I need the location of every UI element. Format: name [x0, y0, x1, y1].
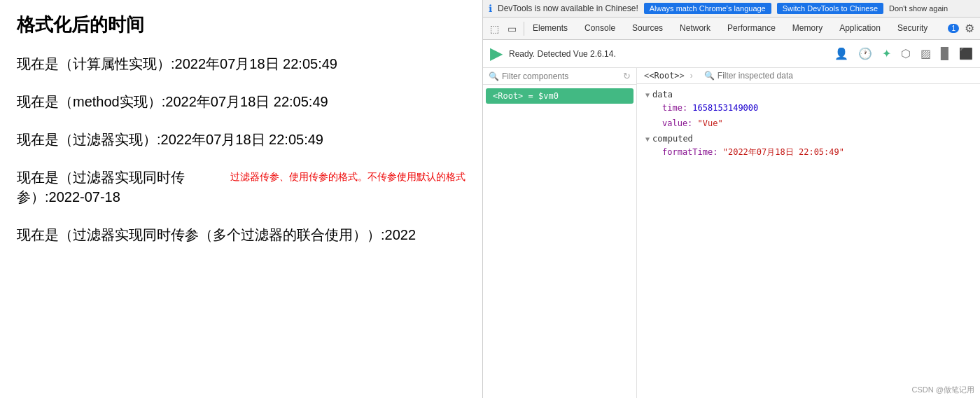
data-section-arrow[interactable]: ▼	[645, 91, 650, 99]
component-tree: 🔍 ↻ <Root> = $vm0	[483, 68, 637, 398]
line-item-2: 现在是（method实现）:2022年07月18日 22:05:49	[17, 92, 465, 111]
tab-elements[interactable]: Elements	[524, 18, 576, 39]
dont-show-button[interactable]: Don't show again	[889, 4, 948, 13]
footer-bar: CSDN @做笔记用	[912, 385, 974, 395]
line-text-4: 现在是（过滤器实现同时传参）:2022-07-18	[17, 167, 216, 207]
line-item-1: 现在是（计算属性实现）:2022年07月18日 22:05:49	[17, 54, 465, 74]
devtools-toolbar: ⬚ ▭ Elements Console Sources Network Per…	[483, 18, 980, 40]
device-toolbar-button[interactable]: ▭	[505, 22, 519, 36]
tab-memory[interactable]: Memory	[784, 18, 831, 39]
error-badge: 1	[948, 24, 959, 33]
inspector-panel: <<Root>> › 🔍 ▼ data time: 16	[637, 68, 980, 398]
info-icon: ℹ	[489, 3, 492, 14]
vue-bar-actions: 👤 🕐 ✦ ⬡ ▨ ▉ ⬛	[834, 47, 973, 60]
prop-formattime: formatTime: "2022年07月18日 22:05:49"	[645, 145, 972, 160]
component-item-root[interactable]: <Root> = $vm0	[486, 88, 634, 104]
vue-router-icon[interactable]: ▨	[920, 47, 931, 60]
toolbar-icons: ⬚ ▭	[483, 22, 524, 36]
vue-settings-icon[interactable]: ⬛	[959, 47, 973, 60]
match-language-button[interactable]: Always match Chrome's language	[644, 3, 771, 14]
devtools-notify-bar: ℹ DevTools is now available in Chinese! …	[483, 0, 980, 18]
inspector-section-data: ▼ data time: 1658153149000 value: "Vue"	[645, 90, 972, 131]
component-search-input[interactable]	[502, 71, 620, 81]
footer-text: CSDN @做笔记用	[912, 385, 974, 394]
component-item-label: <Root> = $vm0	[493, 91, 559, 101]
inspector-search-icon: 🔍	[704, 71, 715, 81]
inspect-element-button[interactable]: ⬚	[487, 22, 502, 36]
vue-status-text: Ready. Detected Vue 2.6.14.	[509, 49, 616, 59]
prop-time: time: 1658153149000	[645, 101, 972, 116]
vue-logo-icon: ▶	[490, 45, 502, 63]
inspector-search: 🔍	[704, 71, 822, 81]
line-text-3: 现在是（过滤器实现）:2022年07月18日 22:05:49	[17, 132, 323, 147]
inspector-header: <<Root>> › 🔍	[637, 68, 980, 84]
vue-devtools-main: 🔍 ↻ <Root> = $vm0 <<Root>> › 🔍	[483, 68, 980, 398]
inspector-search-input[interactable]	[718, 71, 822, 81]
data-section-label: data	[652, 90, 673, 100]
tab-network[interactable]: Network	[671, 18, 719, 39]
inspector-breadcrumb: <<Root>>	[644, 71, 685, 81]
line-text-1: 现在是（计算属性实现）:2022年07月18日 22:05:49	[17, 56, 337, 71]
component-search-bar: 🔍 ↻	[483, 68, 636, 85]
devtools-tabs: Elements Console Sources Network Perform…	[524, 18, 942, 39]
vue-vuex-icon[interactable]: ⬡	[901, 47, 911, 60]
component-list: <Root> = $vm0	[483, 85, 636, 398]
main-content: 格式化后的时间 现在是（计算属性实现）:2022年07月18日 22:05:49…	[0, 0, 483, 398]
vue-person-icon[interactable]: 👤	[834, 47, 848, 60]
computed-section-arrow[interactable]: ▼	[645, 135, 650, 143]
inspector-section-computed: ▼ computed formatTime: "2022年07月18日 22:0…	[645, 134, 972, 160]
tab-console[interactable]: Console	[576, 18, 624, 39]
tab-lighthouse[interactable]: Lighthouse	[936, 18, 942, 39]
tab-sources[interactable]: Sources	[624, 18, 671, 39]
vue-performance-icon[interactable]: ▉	[941, 47, 949, 60]
computed-section-label: computed	[652, 134, 693, 144]
refresh-icon[interactable]: ↻	[623, 71, 631, 81]
prop-value: value: "Vue"	[645, 116, 972, 132]
inspector-content: ▼ data time: 1658153149000 value: "Vue"	[637, 84, 980, 398]
vue-devtools-bar: ▶ Ready. Detected Vue 2.6.14. 👤 🕐 ✦ ⬡ ▨ …	[483, 40, 980, 68]
page-title: 格式化后的时间	[17, 13, 465, 37]
tab-performance[interactable]: Performance	[719, 18, 784, 39]
filter-note: 过滤器传参、使用传参的格式。不传参使用默认的格式	[230, 170, 465, 184]
switch-devtools-button[interactable]: Switch DevTools to Chinese	[777, 3, 883, 14]
tab-security[interactable]: Security	[889, 18, 936, 39]
devtools-panel: ℹ DevTools is now available in Chinese! …	[483, 0, 980, 398]
line-item-3: 现在是（过滤器实现）:2022年07月18日 22:05:49	[17, 130, 465, 149]
line-text-2: 现在是（method实现）:2022年07月18日 22:05:49	[17, 94, 328, 109]
line-text-5: 现在是（过滤器实现同时传参（多个过滤器的联合使用））:2022	[17, 227, 416, 242]
notify-message: DevTools is now available in Chinese!	[498, 4, 638, 13]
toolbar-right: 1 ⚙	[942, 22, 980, 35]
search-icon: 🔍	[489, 71, 499, 81]
line-item-5: 现在是（过滤器实现同时传参（多个过滤器的联合使用））:2022	[17, 225, 465, 245]
tab-application[interactable]: Application	[831, 18, 889, 39]
vue-component-icon[interactable]: ✦	[882, 47, 891, 60]
line-item-4: 现在是（过滤器实现同时传参）:2022-07-18 过滤器传参、使用传参的格式。…	[17, 167, 465, 207]
vue-history-icon[interactable]: 🕐	[858, 47, 872, 60]
breadcrumb-arrow: ›	[690, 71, 693, 81]
settings-icon[interactable]: ⚙	[965, 22, 974, 35]
